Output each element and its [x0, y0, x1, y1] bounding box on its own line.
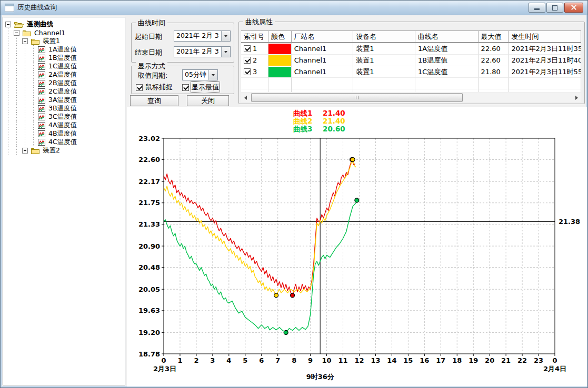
mouse-capture-option[interactable]: 鼠标捕捉: [136, 83, 173, 92]
tree-indent-guide: [13, 96, 21, 104]
minimize-icon: [534, 8, 540, 10]
tree-indent-guide: [4, 104, 13, 113]
mouse-capture-checkbox[interactable]: [136, 84, 143, 91]
min-marker-曲线3: [284, 330, 288, 334]
tree-indent-guide: [4, 54, 13, 62]
tree-item-3A温度值[interactable]: 3A温度值: [4, 96, 125, 104]
period-select[interactable]: 05分钟: [182, 69, 218, 80]
x-tick-label: 9: [308, 356, 313, 364]
end-date-dropdown-button[interactable]: [221, 47, 230, 57]
show-extremes-option[interactable]: 显示最值: [182, 83, 219, 92]
minimize-button[interactable]: [529, 3, 545, 13]
row-index: 2: [253, 56, 257, 64]
tree-item-2C温度值[interactable]: 2C温度值: [4, 87, 125, 96]
tree-item-2A温度值[interactable]: 2A温度值: [4, 70, 125, 79]
tree-indent-guide: [4, 37, 13, 45]
cell-device: 装置1: [353, 66, 415, 78]
y-tick-label: 18.78: [138, 350, 160, 358]
row-index-cell: 2: [241, 55, 268, 66]
maximize-icon: [552, 5, 557, 11]
tree-indent-guide: [21, 121, 29, 129]
tree-item-label: 1B温度值: [47, 54, 78, 63]
tree-indent-guide: [13, 45, 21, 54]
period-value: 05分钟: [183, 70, 208, 79]
table-row[interactable]: 3Channel1装置11C温度值21.802021年2月3日11时55: [241, 66, 581, 78]
curve-visible-checkbox[interactable]: [244, 57, 251, 64]
tree-item-4B温度值[interactable]: 4B温度值: [4, 129, 125, 138]
tree-item-1A温度值[interactable]: 1A温度值: [4, 45, 125, 54]
tree-item-label: 4C温度值: [47, 138, 78, 147]
tree-item-3B温度值[interactable]: 3B温度值: [4, 104, 125, 113]
app-window: 历史曲线查询 遥测曲线Channel1装置11A温度值1B温度值1C温度值2A温…: [0, 0, 588, 388]
curve-visible-checkbox[interactable]: [244, 45, 251, 52]
start-date-picker[interactable]: 2021年 2月 3: [174, 30, 231, 42]
tree-indent-guide: [21, 113, 29, 121]
x-tick-label: 1: [177, 356, 182, 364]
curve-icon: [38, 105, 45, 112]
curve-曲线2: [164, 160, 356, 295]
column-header-索引号: 索引号: [241, 31, 268, 42]
tree-item-label: 遥测曲线: [26, 20, 54, 29]
tree-item-label: 4B温度值: [47, 129, 78, 138]
curve-visible-checkbox[interactable]: [244, 68, 251, 75]
tree-expand-toggle[interactable]: [22, 148, 28, 154]
table-horizontal-scrollbar[interactable]: [241, 93, 581, 102]
period-dropdown-button[interactable]: [208, 70, 217, 80]
tree-indent-guide: [4, 113, 13, 121]
x-tick-label: 19: [469, 356, 478, 364]
row-index: 3: [253, 68, 257, 76]
tree-item-装置2[interactable]: 装置2: [4, 146, 125, 155]
tree-item-4C温度值[interactable]: 4C温度值: [4, 138, 125, 146]
end-date-picker[interactable]: 2021年 2月 3: [174, 46, 231, 57]
x-tick-label: 7: [275, 356, 280, 364]
tree-item-1B温度值[interactable]: 1B温度值: [4, 54, 125, 62]
tree-indent-guide: [13, 138, 21, 146]
tree-item-装置1[interactable]: 装置1: [4, 37, 125, 45]
x-tick-label: 17: [436, 356, 445, 364]
y-tick-label: 20.48: [138, 263, 160, 271]
cell-curve: 1A温度值: [415, 43, 479, 55]
scrollbar-thumb[interactable]: [251, 93, 463, 102]
tree-item-遥测曲线[interactable]: 遥测曲线: [4, 20, 125, 28]
tree-item-1C温度值[interactable]: 1C温度值: [4, 62, 125, 70]
tree-indent-guide: [13, 104, 21, 113]
tree-item-2B温度值[interactable]: 2B温度值: [4, 79, 125, 87]
table-row[interactable]: 1Channel1装置11A温度值22.602021年2月3日11时35: [241, 43, 581, 55]
table-header: 索引号颜色厂站名设备名曲线名最大值发生时间: [241, 30, 581, 43]
tree-item-label: 2B温度值: [47, 79, 78, 88]
scroll-right-arrow-icon[interactable]: [572, 93, 581, 102]
maximize-button[interactable]: [546, 3, 563, 13]
curve-color-swatch: [268, 55, 291, 66]
tree-expand-toggle[interactable]: [14, 30, 19, 36]
history-curve-chart[interactable]: 23.0222.6022.1721.7521.3320.9020.4820.05…: [127, 107, 587, 386]
tree-item-label: 1C温度值: [47, 62, 78, 71]
cell-device: 装置1: [353, 43, 415, 55]
query-button[interactable]: 查询: [130, 95, 178, 106]
tree-item-label: 2A温度值: [47, 70, 78, 79]
cell-device: 装置1: [353, 55, 415, 66]
close-button[interactable]: [564, 3, 583, 13]
tree-expand-toggle[interactable]: [5, 22, 11, 27]
y-tick-label: 19.20: [138, 329, 160, 336]
scrollbar-grip-icon: [354, 96, 360, 99]
y-tick-label: 21.33: [138, 220, 160, 228]
tree-item-Channel1[interactable]: Channel1: [4, 28, 125, 37]
start-date-dropdown-button[interactable]: [221, 31, 230, 41]
show-extremes-checkbox[interactable]: [182, 84, 189, 91]
tree-item-4A温度值[interactable]: 4A温度值: [4, 121, 125, 129]
y-tick-label: 23.02: [138, 135, 160, 142]
x-tick-label: 23: [534, 356, 543, 364]
tree-expand-toggle[interactable]: [22, 38, 28, 44]
tree-item-3C温度值[interactable]: 3C温度值: [4, 113, 125, 121]
tree-indent-guide: [4, 62, 13, 70]
mouse-capture-label: 鼠标捕捉: [145, 83, 173, 92]
tree-indent-guide: [29, 121, 38, 129]
close-dialog-button[interactable]: 关闭: [187, 95, 229, 106]
table-row[interactable]: 2Channel1装置11B温度值22.602021年2月3日11时40: [241, 55, 581, 66]
x-tick-label: 5: [243, 356, 247, 364]
curve-color-swatch: [268, 44, 291, 54]
y-tick-label: 22.17: [138, 178, 160, 186]
x-tick-label: 13: [371, 356, 380, 364]
scroll-left-arrow-icon[interactable]: [241, 93, 250, 102]
curve-properties-table: 索引号颜色厂站名设备名曲线名最大值发生时间1Channel1装置11A温度值22…: [241, 30, 581, 92]
